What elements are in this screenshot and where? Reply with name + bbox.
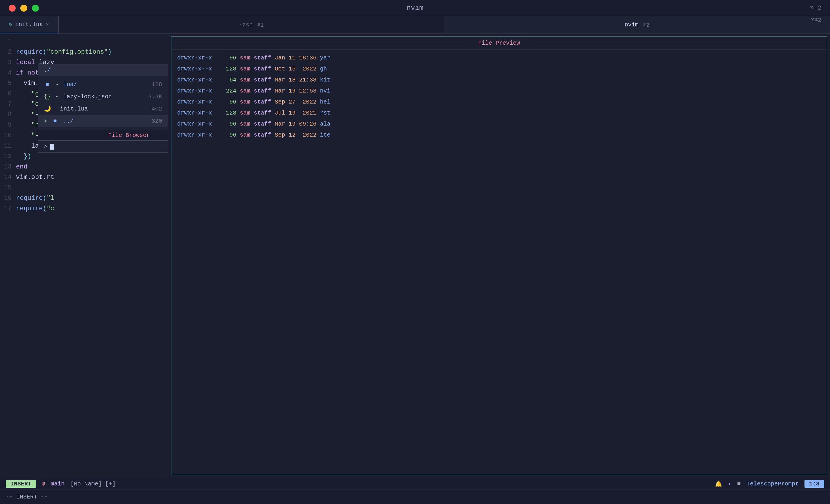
name-6: rst [320,107,330,119]
perms-6: drwxr-xr-x [177,107,212,119]
statusbar-right: 🔔 ‹ ≡ TelescopePrompt 1:3 [715,480,824,488]
group-7: staff [254,119,271,130]
app-title: nvim [407,4,423,12]
name-7: ala [320,119,330,130]
term-shortcut-right: ⌥⌘2 [811,16,821,24]
picker-item-lua[interactable]: ■ ~ lua/ 128 Mar 14 21:12 [38,78,168,91]
file-entry-4: drwxr-xr-x 224 sam staff Mar 19 12:53 nv… [177,86,821,97]
item-marker-lua: ~ [55,80,59,90]
json-icon: {} [44,92,51,102]
main-area: 1 2 3 4 5 6 7 8 9 10 11 12 13 14 15 16 1… [0,34,830,478]
title-shortcut: ⌥⌘2 [810,4,821,12]
owner-7: sam [240,119,250,130]
group-3: staff [254,74,271,86]
line-num-13: 13 [0,162,11,172]
editor-tabs: ✎ init.lua × [0,16,59,33]
item-name-parent: ../ [63,116,147,126]
name-4: nvi [320,86,330,97]
item-size-lua: 128 [152,80,162,90]
line-num-9: 9 [0,120,11,130]
file-entry-2: drwxr-x--x 128 sam staff Oct 15 2022 gh [177,64,821,74]
branch-name: main [51,480,65,487]
picker-prompt-bar[interactable]: > 4 / 4 [38,140,168,152]
term-tab-nvim[interactable]: nvim ⌘2 [444,16,830,33]
line-num-8: 8 [0,109,11,120]
term-tab-nvim-shortcut: ⌘2 [643,22,649,28]
file-status: [No Name] [+] [70,480,116,487]
picker-title-text: File Browser [108,132,150,138]
item-size-lazylock: 3.3K [148,92,162,102]
tab-init-lua[interactable]: ✎ init.lua × [0,16,58,33]
group-2: staff [254,64,271,74]
lua-icon: 🌙 [44,104,51,114]
group-5: staff [254,97,271,107]
selected-arrow-icon: > [44,116,47,126]
group-8: staff [254,130,271,140]
size-3: 64 [219,74,236,86]
name-5: hel [320,97,330,107]
size-8: 96 [219,130,236,140]
date-6: Jul 19 2021 [275,107,316,119]
owner-4: sam [240,86,250,97]
file-entry-3: drwxr-xr-x 64 sam staff Mar 18 21:38 kit [177,74,821,86]
code-line-1 [16,36,168,47]
owner-8: sam [240,130,250,140]
terminal-tabs-area: -zsh ⌘1 nvim ⌘2 ⌥⌘2 [59,16,830,33]
prompt-input[interactable] [50,144,54,150]
line-num-6: 6 [0,89,11,99]
item-name-initlua: init.lua [60,104,147,114]
picker-items-list: ■ ~ lua/ 128 Mar 14 21:12 {} ~ lazy-lock… [38,76,168,130]
picker-path-header: ./ [38,64,168,76]
term-tab-zsh[interactable]: -zsh ⌘1 [59,16,444,33]
item-marker-lazylock: ~ [55,92,59,102]
owner-6: sam [240,107,250,119]
line-num-16: 16 [0,193,11,203]
item-name-lua: lua/ [63,80,147,90]
code-line-15 [16,183,168,193]
file-preview-pane: File Preview drwxr-xr-x 96 sam staff Jan… [171,36,827,475]
file-entry-8: drwxr-xr-x 96 sam staff Sep 12 2022 ite [177,130,821,140]
name-2: gh [320,64,327,74]
picker-item-lazylock[interactable]: {} ~ lazy-lock.json 3.3K Mar 19 11:18 [38,91,168,103]
branch-icon: ψ [42,481,45,486]
minimize-button[interactable] [20,5,27,11]
statusbar: INSERT ψ main [No Name] [+] 🔔 ‹ ≡ Telesc… [0,478,830,490]
term-tab-zsh-label: -zsh [239,22,253,28]
size-1: 96 [219,53,236,64]
picker-item-initlua[interactable]: 🌙 init.lua 402 Mar 19 12:53 [38,103,168,115]
file-entry-6: drwxr-xr-x 128 sam staff Jul 19 2021 rst [177,107,821,119]
group-1: staff [254,53,271,64]
size-2: 128 [219,64,236,74]
file-entry-1: drwxr-xr-x 96 sam staff Jan 11 18:36 yar [177,53,821,64]
date-3: Mar 18 21:38 [275,74,316,86]
date-5: Sep 27 2022 [275,97,316,107]
date-2: Oct 15 2022 [275,64,316,74]
code-line-13: end [16,162,168,172]
name-3: kit [320,74,330,86]
mode-badge: INSERT [6,480,36,488]
size-7: 96 [219,119,236,130]
parent-folder-icon: ■ [52,116,59,126]
group-6: staff [254,107,271,119]
line-num-10: 10 [0,130,11,141]
perms-8: drwxr-xr-x [177,130,212,140]
picker-item-parent[interactable]: > ■ ../ 320 Mar 19 09:11 [38,115,168,127]
file-picker[interactable]: ./ ■ ~ lua/ 128 Mar 14 21:12 {} ~ lazy-l… [38,64,168,153]
size-4: 224 [219,86,236,97]
group-4: staff [254,86,271,97]
code-line-14: vim.opt.rt [16,172,168,183]
date-4: Mar 19 12:53 [275,86,316,97]
name-1: yar [320,53,330,64]
line-num-7: 7 [0,99,11,109]
editor-pane: 1 2 3 4 5 6 7 8 9 10 11 12 13 14 15 16 1… [0,34,168,478]
file-entry-7: drwxr-xr-x 96 sam staff Mar 19 09:26 ala [177,119,821,130]
term-tab-zsh-shortcut: ⌘1 [258,22,264,28]
perms-5: drwxr-xr-x [177,97,212,107]
maximize-button[interactable] [32,5,39,11]
perms-3: drwxr-xr-x [177,74,212,86]
date-8: Sep 12 2022 [275,130,316,140]
close-button[interactable] [9,5,15,11]
tab-close-button[interactable]: × [46,22,49,28]
date-1: Jan 11 18:36 [275,53,316,64]
picker-title-bar: File Browser [38,130,168,140]
